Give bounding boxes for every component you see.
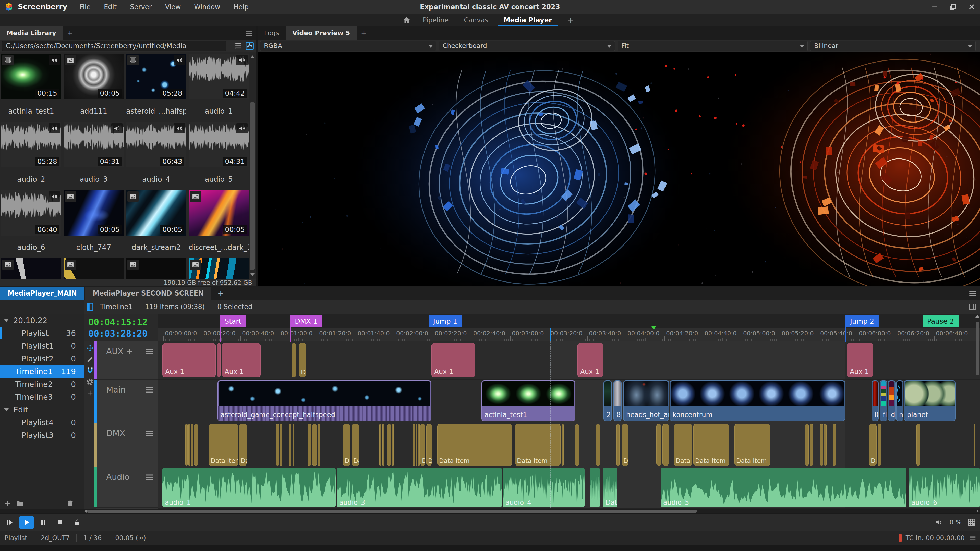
- panel-layout-icon[interactable]: [968, 303, 977, 311]
- scroll-right-icon[interactable]: [977, 510, 979, 513]
- media-item[interactable]: 00:05cloth_747: [64, 190, 124, 258]
- dmx-data-item[interactable]: [293, 424, 294, 466]
- track-lane-main[interactable]: asteroid_game_concept_halfspeedactinia_t…: [158, 380, 980, 422]
- media-item[interactable]: [189, 258, 249, 279]
- minimize-icon[interactable]: [931, 3, 939, 11]
- tab-video-preview-5[interactable]: Video Preview 5: [286, 26, 357, 40]
- player-menu-icon[interactable]: [968, 289, 977, 297]
- thumbnail-view-icon[interactable]: [245, 41, 254, 51]
- track-lane-aux[interactable]: Aux 1Aux 1Aux 1Aux 1Aux 1D: [158, 341, 980, 379]
- menu-edit[interactable]: Edit: [104, 3, 117, 11]
- dmx-data-item[interactable]: [312, 424, 317, 466]
- dmx-data-item[interactable]: [308, 424, 311, 466]
- main-clip-heads-hot-and-c[interactable]: heads_hot_and_c: [623, 380, 669, 421]
- library-scrollbar[interactable]: [249, 53, 256, 278]
- audio-clip-audio-3[interactable]: audio_3: [337, 468, 502, 507]
- audio-clip-audio-4[interactable]: audio_4: [503, 468, 585, 507]
- dmx-data-item[interactable]: [878, 424, 881, 466]
- track-header-audio[interactable]: Audio: [96, 467, 158, 508]
- main-clip-planet[interactable]: planet: [904, 380, 956, 421]
- main-clip-82[interactable]: 82: [613, 380, 622, 421]
- volume-icon[interactable]: [935, 518, 944, 527]
- main-clip-koncentrum[interactable]: koncentrum: [670, 380, 845, 421]
- tab-logs[interactable]: Logs: [258, 26, 286, 40]
- dmx-data-item[interactable]: [820, 424, 823, 466]
- marker-jump-1[interactable]: Jump 1: [429, 316, 462, 327]
- dmx-data-item[interactable]: [415, 424, 417, 466]
- dmx-data-item[interactable]: Data Item: [209, 424, 238, 466]
- main-clip-i00[interactable]: i00: [872, 380, 879, 421]
- media-item[interactable]: 00:05dark_stream2: [126, 190, 186, 258]
- dmx-data-item[interactable]: [185, 424, 188, 466]
- dmx-data-item[interactable]: Data Item: [693, 424, 729, 466]
- aux-dmx-clip[interactable]: [291, 343, 296, 377]
- dmx-data-item[interactable]: [387, 424, 391, 466]
- main-clip-fle[interactable]: fle: [880, 380, 887, 421]
- tree-item-playlist2[interactable]: Playlist20: [0, 352, 84, 365]
- dmx-data-item[interactable]: D: [622, 424, 628, 466]
- media-item[interactable]: 05:28audio_2: [1, 122, 61, 190]
- dmx-data-item[interactable]: D: [420, 424, 425, 466]
- stop-button[interactable]: [53, 516, 67, 529]
- dmx-data-item[interactable]: [289, 424, 291, 466]
- media-item[interactable]: 00:15actinia_test1: [1, 54, 61, 122]
- add-item-icon[interactable]: [3, 500, 11, 507]
- play-button[interactable]: [19, 516, 34, 529]
- dmx-data-item[interactable]: [194, 424, 198, 466]
- dmx-data-item[interactable]: Data Item: [515, 424, 561, 466]
- marker-dmx-1[interactable]: DMX 1: [290, 316, 322, 327]
- dmx-data-item[interactable]: D: [426, 424, 432, 466]
- view-tab-pipeline[interactable]: Pipeline: [415, 14, 456, 26]
- timeline-horizontal-scrollbar[interactable]: [0, 509, 980, 513]
- audio-clip-audio-1[interactable]: audio_1: [162, 468, 336, 507]
- tree-item-playlist[interactable]: Playlist36: [0, 327, 84, 340]
- library-path-input[interactable]: C:/Users/secto/Documents/Screenberry/unt…: [2, 41, 226, 51]
- add-track-icon[interactable]: [86, 389, 94, 397]
- dmx-data-item[interactable]: [280, 424, 282, 466]
- filtering-select[interactable]: Bilinear: [810, 41, 976, 51]
- media-item[interactable]: 00:05add111: [64, 54, 124, 122]
- track-lane-dmx[interactable]: Data ItemDaDDaDDData ItemData ItemDData …: [158, 423, 980, 467]
- menu-file[interactable]: File: [80, 3, 91, 11]
- tree-item-timeline1[interactable]: Timeline1119: [0, 365, 84, 378]
- media-item[interactable]: 06:43audio_4: [126, 122, 186, 190]
- dmx-data-item[interactable]: [596, 424, 600, 466]
- tab-media-library[interactable]: Media Library: [0, 26, 63, 40]
- close-icon[interactable]: [967, 3, 976, 11]
- tree-item-timeline3[interactable]: Timeline30: [0, 391, 84, 403]
- player-tab-mediaplayer_main[interactable]: MediaPlayer_MAIN: [0, 287, 84, 300]
- track-menu-icon[interactable]: [145, 473, 154, 480]
- tree-item-playlist3[interactable]: Playlist30: [0, 429, 84, 441]
- dmx-data-item[interactable]: [379, 424, 381, 466]
- dmx-data-item[interactable]: [562, 424, 564, 466]
- dmx-data-item[interactable]: Da: [239, 424, 247, 466]
- play-next-button[interactable]: [3, 516, 17, 529]
- hscroll-thumb[interactable]: [87, 510, 697, 513]
- aux-clip[interactable]: Aux 1: [847, 343, 873, 377]
- view-tab-media-player[interactable]: Media Player: [496, 14, 560, 26]
- dmx-data-item[interactable]: [805, 424, 809, 466]
- delete-icon[interactable]: [66, 500, 74, 507]
- main-clip-m[interactable]: m: [896, 380, 904, 421]
- dmx-data-item[interactable]: [656, 424, 662, 466]
- gear-icon[interactable]: [86, 378, 94, 386]
- add-preview-tab-button[interactable]: +: [357, 26, 371, 40]
- move-tool-icon[interactable]: [86, 344, 94, 352]
- marker-pause-2[interactable]: Pause 2: [923, 316, 959, 327]
- tree-item-edit[interactable]: Edit: [0, 403, 84, 416]
- maximize-icon[interactable]: [949, 3, 958, 11]
- media-item[interactable]: 06:40audio_6: [1, 190, 61, 258]
- dmx-data-item[interactable]: [575, 424, 579, 466]
- dmx-data-item[interactable]: [188, 424, 190, 466]
- main-clip-2c[interactable]: 2c: [603, 380, 612, 421]
- main-clip-actinia-test1[interactable]: actinia_test1: [482, 380, 575, 421]
- track-menu-icon[interactable]: [145, 385, 154, 393]
- aux-clip[interactable]: Aux 1: [162, 343, 216, 377]
- media-item[interactable]: 05:28asteroid_...halfspeed: [126, 54, 186, 122]
- track-menu-icon[interactable]: [145, 429, 154, 437]
- media-item[interactable]: [1, 258, 61, 279]
- track-header-dmx[interactable]: DMX: [96, 423, 158, 467]
- background-select[interactable]: Checkerboard: [439, 41, 615, 51]
- playhead-green-handle[interactable]: [651, 326, 657, 330]
- tree-item-timeline2[interactable]: Timeline20: [0, 378, 84, 391]
